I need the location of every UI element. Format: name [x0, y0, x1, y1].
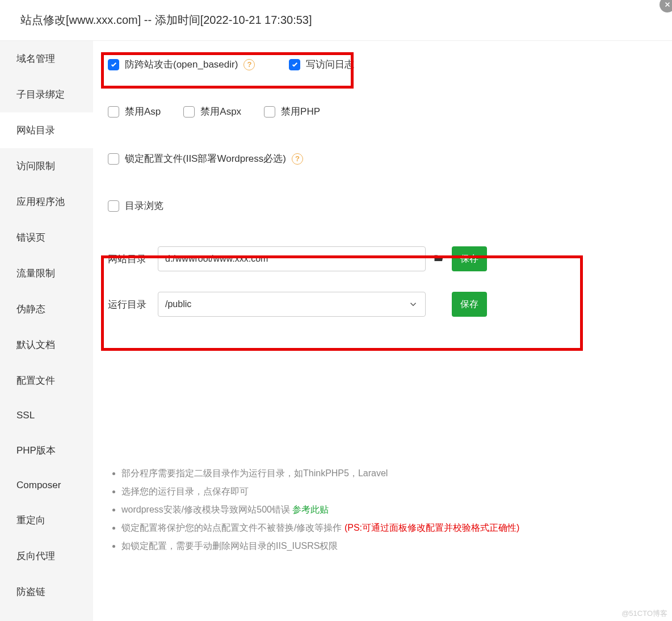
sidebar-item[interactable]: 应用程序池 — [0, 184, 93, 220]
sidebar-item[interactable]: SSL — [0, 398, 93, 433]
checkbox-icon — [108, 59, 119, 70]
disable-php-label: 禁用PHP — [281, 105, 320, 118]
note-item: 选择您的运行目录，点保存即可 — [121, 482, 661, 501]
note-item: 锁定配置将保护您的站点配置文件不被替换/修改等操作 (PS:可通过面板修改配置并… — [121, 519, 661, 537]
sidebar: 域名管理子目录绑定网站目录访问限制应用程序池错误页流量限制伪静态默认文档配置文件… — [0, 41, 93, 621]
sidebar-item[interactable]: 防盗链 — [0, 574, 93, 610]
sidebar-item[interactable]: 错误页 — [0, 220, 93, 255]
checkbox-icon — [183, 106, 195, 118]
sidebar-item[interactable]: PHP版本 — [0, 433, 93, 468]
disable-aspx-checkbox[interactable]: 禁用Aspx — [183, 105, 241, 118]
checkbox-icon — [264, 106, 275, 118]
sidebar-item[interactable]: 重定向 — [0, 502, 93, 538]
site-dir-save-button[interactable]: 保存 — [452, 246, 487, 271]
chevron-down-icon — [408, 299, 418, 309]
dialog-title: 站点修改[www.xxx.com] -- 添加时间[2022-10-21 17:… — [20, 14, 312, 26]
help-icon[interactable]: ? — [292, 153, 303, 165]
dialog-header: 站点修改[www.xxx.com] -- 添加时间[2022-10-21 17:… — [0, 0, 672, 41]
sidebar-item[interactable]: 域名管理 — [0, 41, 93, 77]
folder-icon[interactable] — [432, 253, 445, 265]
disable-php-checkbox[interactable]: 禁用PHP — [264, 105, 320, 118]
sidebar-item[interactable]: 配置文件 — [0, 363, 93, 398]
note-item: 部分程序需要指定二级目录作为运行目录，如ThinkPHP5，Laravel — [121, 464, 661, 482]
lock-config-checkbox[interactable]: 锁定配置文件(IIS部署Wordpress必选) ? — [108, 152, 661, 165]
note-warning: (PS:可通过面板修改配置并校验格式正确性) — [345, 523, 519, 532]
sidebar-item[interactable]: 子目录绑定 — [0, 77, 93, 112]
sidebar-item[interactable]: Composer — [0, 468, 93, 502]
cross-site-checkbox[interactable]: 防跨站攻击(open_basedir) ? — [108, 58, 255, 71]
run-dir-save-button[interactable]: 保存 — [452, 292, 487, 317]
sidebar-item[interactable]: 伪静态 — [0, 291, 93, 327]
checkbox-icon — [108, 153, 119, 165]
notes-section: 部分程序需要指定二级目录作为运行目录，如ThinkPHP5，Laravel选择您… — [104, 464, 661, 555]
disable-aspx-label: 禁用Aspx — [200, 105, 241, 118]
sidebar-item[interactable]: 响应日志 — [0, 610, 93, 621]
sidebar-item[interactable]: 访问限制 — [0, 148, 93, 184]
dir-browse-label: 目录浏览 — [125, 199, 163, 212]
disable-asp-label: 禁用Asp — [125, 105, 161, 118]
lock-config-label: 锁定配置文件(IIS部署Wordpress必选) — [125, 152, 286, 165]
sidebar-item[interactable]: 默认文档 — [0, 327, 93, 363]
note-item: 如锁定配置，需要手动删除网站目录的IIS_IUSRS权限 — [121, 537, 661, 555]
checkbox-icon — [108, 106, 119, 118]
write-log-label: 写访问日志 — [306, 58, 354, 71]
write-log-checkbox[interactable]: 写访问日志 — [289, 58, 354, 71]
dir-browse-checkbox[interactable]: 目录浏览 — [108, 199, 661, 212]
sidebar-item[interactable]: 反向代理 — [0, 538, 93, 574]
run-dir-select[interactable]: /public — [158, 292, 426, 317]
site-dir-label: 网站目录 — [108, 253, 151, 266]
sidebar-item[interactable]: 网站目录 — [0, 112, 93, 148]
watermark: @51CTO博客 — [621, 609, 667, 619]
site-dir-input[interactable] — [158, 246, 426, 271]
disable-asp-checkbox[interactable]: 禁用Asp — [108, 105, 161, 118]
run-dir-label: 运行目录 — [108, 298, 151, 311]
cross-site-label: 防跨站攻击(open_basedir) — [125, 58, 238, 71]
checkbox-icon — [289, 59, 300, 70]
main-panel: 防跨站攻击(open_basedir) ? 写访问日志 禁用Asp — [93, 41, 672, 621]
sidebar-item[interactable]: 流量限制 — [0, 255, 93, 291]
note-item: wordpress安装/修改模块导致网站500错误 参考此贴 — [121, 501, 661, 519]
note-link[interactable]: 参考此贴 — [292, 505, 329, 514]
run-dir-value: /public — [165, 299, 191, 309]
help-icon[interactable]: ? — [243, 59, 255, 70]
checkbox-icon — [108, 200, 119, 212]
